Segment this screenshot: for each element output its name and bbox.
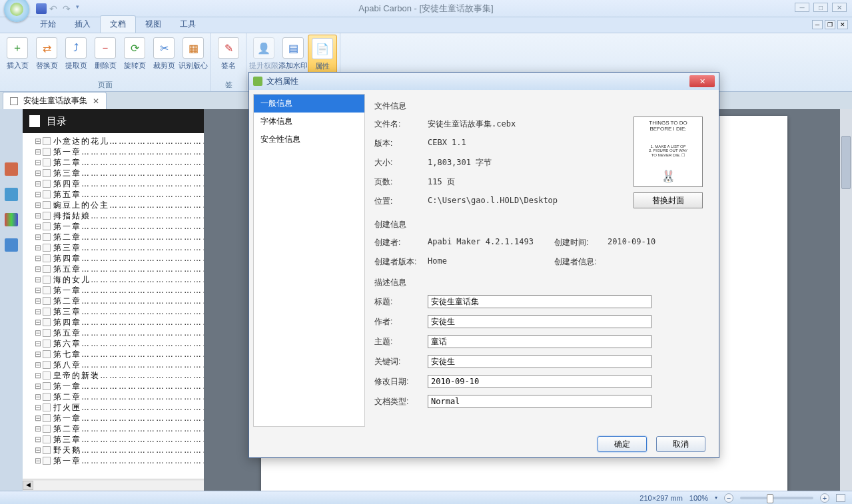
nav-security[interactable]: 安全性信息	[254, 130, 364, 148]
author-label: 作者:	[374, 316, 428, 328]
dialog-content: 文件信息 文件名:安徒生童话故事集.cebx 版本:CEBX 1.1 大小:1,…	[369, 90, 719, 431]
rotate-page-button[interactable]: ⟳旋转页	[120, 35, 149, 79]
page-icon	[43, 286, 51, 294]
mdi-close-button[interactable]: ✕	[837, 20, 848, 29]
moddate-input[interactable]	[428, 375, 651, 388]
outline-panel: 目录 ◀ ⊟小意达的花儿……………………………………⊟第一章……………………………	[0, 109, 204, 491]
tab-document[interactable]: 文档	[100, 15, 136, 33]
replace-page-button[interactable]: ⇄替换页	[32, 35, 61, 79]
crop-page-button[interactable]: ✂裁剪页	[149, 35, 179, 79]
page-icon	[43, 212, 51, 220]
doctype-label: 文档类型:	[374, 396, 428, 407]
nav-general[interactable]: 一般信息	[254, 95, 364, 113]
cinfo-label: 创建者信息:	[554, 256, 608, 268]
outline-icon	[29, 115, 40, 127]
subject-input[interactable]	[428, 335, 651, 348]
insert-page-button[interactable]: ＋插入页	[3, 35, 32, 79]
author-input[interactable]	[428, 315, 651, 328]
qat-dropdown-icon[interactable]: ▾	[76, 3, 87, 14]
page-icon	[43, 382, 51, 390]
dialog-title: 文档属性	[266, 76, 298, 87]
file-size-label: 大小:	[374, 157, 428, 168]
tab-start[interactable]: 开始	[31, 16, 65, 33]
bunny-icon: 🐰	[637, 169, 699, 184]
sidetool-3[interactable]	[5, 213, 18, 226]
replace-cover-button[interactable]: 替换封面	[634, 192, 703, 208]
fit-button[interactable]	[836, 494, 845, 502]
zoom-out-button[interactable]: −	[724, 493, 733, 503]
sidetool-4[interactable]	[5, 238, 18, 252]
page-icon	[43, 137, 51, 145]
close-button[interactable]: ✕	[832, 3, 847, 12]
scrollbar-thumb[interactable]	[841, 136, 851, 189]
keyword-label: 关键词:	[374, 356, 428, 368]
nav-font[interactable]: 字体信息	[254, 113, 364, 130]
dialog-nav: 一般信息 字体信息 安全性信息	[253, 94, 365, 427]
vertical-scrollbar[interactable]	[840, 109, 852, 491]
page-add-icon: ＋	[7, 37, 28, 59]
page-extract-icon: ⤴	[65, 37, 87, 59]
window-title: Apabi Carbon - [安徒生童话故事集]	[358, 3, 493, 15]
watermark-icon: ▤	[282, 37, 304, 59]
zoom-in-button[interactable]: +	[820, 493, 829, 503]
page-icon	[43, 403, 51, 411]
file-ver-value: CEBX 1.1	[428, 138, 466, 149]
page-icon	[43, 158, 51, 166]
title-input[interactable]	[428, 295, 651, 308]
ribbon-group-page: 页面	[3, 79, 208, 91]
sidetool-1[interactable]	[5, 162, 18, 176]
create-section-title: 创建信息	[374, 219, 707, 230]
page-crop-icon: ✂	[153, 37, 175, 59]
outline-title: 目录	[47, 115, 67, 128]
cver-value: Home	[428, 256, 554, 268]
cancel-button[interactable]: 取消	[656, 436, 705, 452]
tab-view[interactable]: 视图	[136, 16, 171, 33]
file-pages-label: 页数:	[374, 176, 428, 188]
page-icon	[43, 169, 51, 177]
maximize-button[interactable]: □	[813, 3, 828, 12]
doctype-input[interactable]	[428, 395, 651, 408]
mdi-restore-button[interactable]: ❐	[825, 20, 835, 29]
page-icon	[43, 265, 51, 273]
page-icon	[43, 425, 51, 433]
keyword-input[interactable]	[428, 355, 651, 368]
sign-button[interactable]: ✎签名	[214, 35, 243, 79]
page-icon	[43, 297, 51, 305]
zoom-dropdown-icon[interactable]: ▾	[715, 495, 717, 501]
page-icon	[43, 222, 51, 230]
ok-button[interactable]: 确定	[598, 436, 647, 452]
sidetool-2[interactable]	[5, 188, 18, 201]
document-tab-close[interactable]: ✕	[93, 97, 99, 106]
page-icon	[43, 340, 51, 348]
page-icon	[43, 414, 51, 422]
qat-undo-icon[interactable]: ↶	[49, 3, 60, 14]
tab-tools[interactable]: 工具	[171, 16, 205, 33]
page-icon	[43, 350, 51, 358]
detect-layout-button[interactable]: ▦识别版心	[179, 35, 208, 79]
extract-page-button[interactable]: ⤴提取页	[61, 35, 91, 79]
scroll-left-button[interactable]: ◀	[23, 481, 33, 490]
dialog-title-bar[interactable]: 文档属性 ✕	[249, 73, 719, 90]
file-name-value: 安徒生童话故事集.cebx	[428, 119, 516, 130]
file-section-title: 文件信息	[374, 101, 707, 112]
minimize-button[interactable]: ─	[795, 3, 809, 12]
dialog-close-button[interactable]: ✕	[689, 75, 715, 87]
zoom-percent: 100%	[689, 494, 708, 502]
page-icon	[43, 393, 51, 401]
status-bar: 210×297 mm 100% ▾ − +	[0, 491, 852, 504]
qat-save-icon[interactable]	[36, 3, 47, 14]
page-icon	[43, 190, 51, 198]
delete-page-button[interactable]: －删除页	[91, 35, 120, 79]
zoom-slider[interactable]	[740, 497, 813, 499]
properties-dialog: 文档属性 ✕ 一般信息 字体信息 安全性信息 文件信息 文件名:安徒生童话故事集…	[248, 72, 719, 458]
moddate-label: 修改日期:	[374, 376, 428, 387]
document-tab[interactable]: 安徒生童话故事集 ✕	[3, 92, 107, 109]
mdi-minimize-button[interactable]: ─	[812, 20, 823, 29]
side-tool-strip	[0, 109, 23, 491]
cver-label: 创建者版本:	[374, 256, 428, 268]
qat-redo-icon[interactable]: ↷	[63, 3, 73, 14]
properties-icon: 📄	[312, 38, 333, 59]
tab-insert[interactable]: 插入	[65, 16, 100, 33]
quick-access-toolbar: ↶ ↷ ▾	[36, 3, 87, 14]
title-label: 标题:	[374, 296, 428, 308]
